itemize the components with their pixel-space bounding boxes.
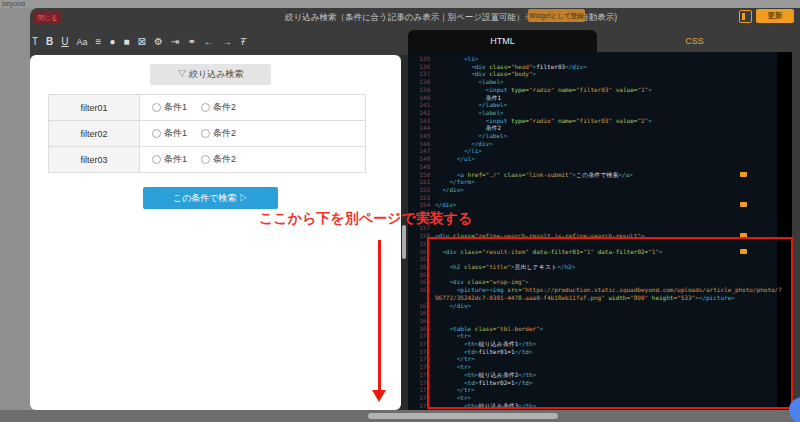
radio-icon[interactable]	[152, 103, 161, 112]
bold-icon[interactable]: B	[46, 31, 53, 53]
line-code[interactable]	[435, 209, 782, 217]
panel-layout-icon[interactable]	[739, 10, 752, 23]
filter-toggle-button[interactable]: ▽ 絞り込み検索	[150, 64, 271, 85]
radio-icon[interactable]	[201, 129, 210, 138]
line-number: 145	[408, 132, 435, 140]
code-line: 142 <label>	[408, 109, 782, 117]
radio-option[interactable]: 条件2	[201, 127, 236, 140]
radio-label: 条件1	[164, 153, 187, 166]
element-marker-icon[interactable]	[740, 172, 747, 177]
annotation-text: ここから下を別ページで実装する	[259, 210, 472, 228]
radio-label: 条件1	[164, 127, 187, 140]
line-number: 135	[408, 55, 435, 63]
annotation-box	[427, 237, 793, 409]
text-color-icon[interactable]: ●	[109, 31, 115, 53]
code-line: 137 <div class="body">	[408, 70, 782, 78]
row-label: filter03	[49, 147, 140, 172]
radio-option[interactable]: 条件1	[152, 127, 187, 140]
radio-icon[interactable]	[152, 129, 161, 138]
line-code[interactable]	[435, 163, 782, 171]
redo-icon[interactable]: →	[222, 31, 232, 53]
code-line: 149	[408, 163, 782, 171]
code-line: 145 </label>	[408, 132, 782, 140]
row-label: filter01	[49, 95, 140, 120]
line-code[interactable]	[435, 224, 782, 232]
line-code[interactable]: </div>	[435, 140, 782, 148]
table-row: filter02条件1条件2	[49, 121, 366, 147]
row-options: 条件1条件2	[140, 95, 366, 120]
screen: beyond 閉じる 絞り込み検索（条件に合う記事のみ表示｜別ページ設置可能）※…	[0, 0, 800, 422]
row-label: filter02	[49, 121, 140, 146]
line-code[interactable]: </label>	[435, 101, 782, 109]
radio-option[interactable]: 条件2	[201, 153, 236, 166]
radio-icon[interactable]	[201, 155, 210, 164]
line-number: 148	[408, 155, 435, 163]
line-number: 142	[408, 109, 435, 117]
line-number: 139	[408, 86, 435, 94]
element-marker-icon[interactable]	[740, 202, 747, 207]
line-number: 137	[408, 70, 435, 78]
close-button[interactable]: 閉じる	[34, 11, 61, 24]
code-line: 143 <input type="radio" name="filter03" …	[408, 117, 782, 125]
code-line: 153	[408, 194, 782, 202]
line-code[interactable]: </div>	[435, 201, 782, 209]
browser-strip: beyond	[0, 0, 800, 8]
settings-icon[interactable]: ⚙	[154, 31, 163, 53]
undo-icon[interactable]: ←	[204, 31, 214, 53]
line-code[interactable]: 条件2	[435, 124, 782, 132]
line-code[interactable]: </ul>	[435, 155, 782, 163]
radio-option[interactable]: 条件1	[152, 101, 187, 114]
line-code[interactable]: </label>	[435, 132, 782, 140]
line-code[interactable]: <input type="radio" name="filter03" valu…	[435, 86, 782, 94]
line-number: 147	[408, 147, 435, 155]
tab-css[interactable]: CSS	[597, 30, 792, 52]
line-number: 143	[408, 117, 435, 125]
line-code[interactable]: 条件1	[435, 94, 782, 102]
code-line: 152 </div>	[408, 186, 782, 194]
link-icon[interactable]: ⚭	[187, 31, 195, 53]
bg-color-icon[interactable]: ■	[123, 31, 129, 53]
indent-icon[interactable]: ⇥	[171, 31, 179, 53]
radio-label: 条件1	[164, 101, 187, 114]
line-code[interactable]: <a href="./" class="link-submit">この条件で検索…	[435, 171, 782, 179]
image-icon[interactable]: ⊠	[138, 31, 146, 53]
update-button[interactable]: 更新	[756, 9, 794, 23]
line-code[interactable]: </div>	[435, 186, 782, 194]
bottom-scrollbar-thumb[interactable]	[368, 413, 558, 419]
radio-icon[interactable]	[152, 155, 161, 164]
underline-icon[interactable]: U	[61, 31, 68, 53]
line-code[interactable]: <div class="head">filter03</div>	[435, 63, 782, 71]
line-code[interactable]: </form>	[435, 178, 782, 186]
tab-html[interactable]: HTML	[408, 30, 597, 52]
radio-icon[interactable]	[201, 103, 210, 112]
code-line: 141 </label>	[408, 101, 782, 109]
radio-option[interactable]: 条件1	[152, 153, 187, 166]
radio-label: 条件2	[213, 153, 236, 166]
text-icon[interactable]: T	[32, 31, 38, 53]
line-code[interactable]: </li>	[435, 147, 782, 155]
font-size-icon[interactable]: Aa	[77, 31, 88, 53]
register-widget-button[interactable]: Widgetとして登録	[528, 9, 585, 22]
line-number: 151	[408, 178, 435, 186]
line-number: 140	[408, 94, 435, 102]
line-code[interactable]: <div class="body">	[435, 70, 782, 78]
line-code[interactable]: <input type="radio" name="filter03" valu…	[435, 117, 782, 125]
radio-label: 条件2	[213, 101, 236, 114]
code-line: 136 <div class="head">filter03</div>	[408, 63, 782, 71]
preview-panel: ▽ 絞り込み検索 filter01条件1条件2filter02条件1条件2fil…	[30, 55, 401, 410]
line-code[interactable]	[435, 217, 782, 225]
line-code[interactable]: <label>	[435, 109, 782, 117]
line-code[interactable]	[435, 194, 782, 202]
browser-strip-text: beyond	[2, 0, 25, 7]
code-line: 140 条件1	[408, 94, 782, 102]
line-code[interactable]: <li>	[435, 55, 782, 63]
table-row: filter03条件1条件2	[49, 147, 366, 173]
filter-table: filter01条件1条件2filter02条件1条件2filter03条件1条…	[48, 94, 366, 173]
row-options: 条件1条件2	[140, 147, 366, 172]
line-code[interactable]: <label>	[435, 78, 782, 86]
align-icon[interactable]: ≡	[96, 31, 102, 53]
row-options: 条件1条件2	[140, 121, 366, 146]
search-submit-button[interactable]: この条件で検索 ▷	[143, 187, 278, 209]
radio-option[interactable]: 条件2	[201, 101, 236, 114]
panel-scrollbar-thumb[interactable]	[402, 225, 406, 259]
